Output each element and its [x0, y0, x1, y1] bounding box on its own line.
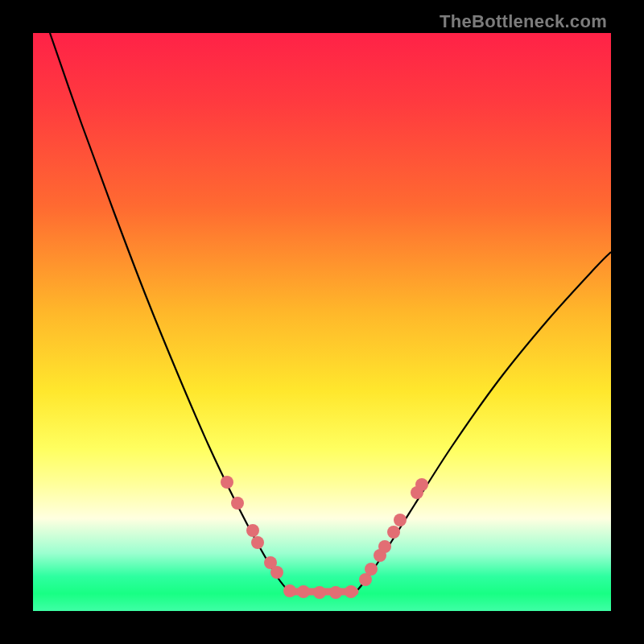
- watermark-label: TheBottleneck.com: [440, 11, 607, 32]
- data-point: [270, 566, 283, 579]
- data-point: [415, 478, 428, 491]
- data-point: [246, 524, 259, 537]
- data-point: [251, 536, 264, 549]
- data-point: [297, 585, 310, 598]
- data-point: [329, 586, 342, 599]
- chart-svg: [33, 33, 611, 611]
- data-point: [221, 476, 233, 489]
- data-point: [365, 563, 378, 576]
- data-point: [387, 526, 400, 539]
- data-point: [313, 586, 326, 599]
- data-point: [378, 540, 391, 553]
- chart-plot-area: [33, 33, 611, 611]
- data-point: [394, 514, 407, 526]
- curve-right: [353, 252, 611, 595]
- data-point: [345, 585, 357, 598]
- data-points: [221, 476, 428, 599]
- data-point: [283, 584, 296, 597]
- curve-left: [50, 33, 292, 595]
- data-point: [231, 497, 244, 510]
